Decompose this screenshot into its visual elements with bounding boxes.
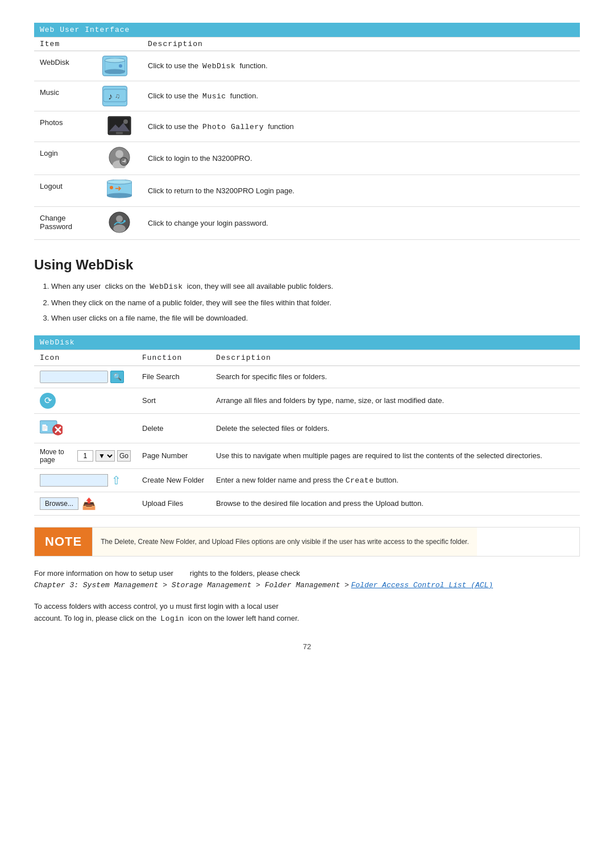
- table-row: Move to page ▼ Go Page Number Use this t…: [34, 443, 580, 468]
- sort-icon-cell: ⟳: [34, 388, 136, 413]
- table-row: WebDisk Click to use the WebDisk functio…: [34, 51, 580, 81]
- table-row: 📄 Delete Delete the selected files or fo…: [34, 413, 580, 443]
- browse-button-mock[interactable]: Browse...: [40, 497, 78, 510]
- sort-icon: ⟳: [40, 393, 56, 409]
- table-row: Browse... 📤 Upload Files Browse to the d…: [34, 492, 580, 515]
- create-folder-bar: ⇧: [40, 474, 131, 487]
- table-row: ⇧ Create New Folder Enter a new folder n…: [34, 468, 580, 492]
- search-input-mock[interactable]: [40, 371, 108, 383]
- wd-table-header-row: WebDisk: [34, 335, 580, 350]
- pagenumber-icon-cell: Move to page ▼ Go: [34, 443, 136, 468]
- changepass-icon-cell: [97, 207, 142, 240]
- svg-point-10: [123, 119, 128, 124]
- logout-icon: ➜: [102, 180, 136, 202]
- music-desc: Click to use the Music function.: [142, 81, 580, 111]
- item-label: WebDisk: [34, 51, 97, 81]
- item-label: Photos: [34, 111, 97, 142]
- wd-col-header-row: Icon Function Description: [34, 350, 580, 366]
- table-row: Music ♪ ♫ Click to use the Music functio…: [34, 81, 580, 111]
- note-content: The Delete, Create New Folder, and Uploa…: [92, 528, 477, 556]
- createfolder-desc: Enter a new folder name and press the Cr…: [210, 468, 580, 492]
- upload-icon-cell: Browse... 📤: [34, 492, 136, 515]
- photos-icon: [102, 116, 136, 137]
- folder-icon: ⇧: [111, 474, 121, 487]
- table-header-row: Web User Interface: [34, 23, 580, 38]
- table-row: ChangePassword Click to change your logi…: [34, 207, 580, 240]
- item-label: Logout: [34, 175, 97, 207]
- svg-point-24: [116, 215, 123, 222]
- changepass-icon: [102, 211, 136, 235]
- using-webdisk-title: Using WebDisk: [34, 257, 580, 273]
- webdisk-icon-ref: WebDisk: [150, 283, 182, 291]
- login-desc: Click to login to the N3200PRO.: [142, 142, 580, 175]
- table-row: Photos Click to use the Photo Gallery fu…: [34, 111, 580, 142]
- wd-col3: Description: [210, 350, 580, 366]
- list-item: When they click on the name of a public …: [51, 297, 580, 309]
- createfolder-func: Create New Folder: [136, 468, 210, 492]
- search-button-mock[interactable]: 🔍: [110, 371, 124, 383]
- music-icon-cell: ♪ ♫: [97, 81, 142, 111]
- list-item: When user clicks on a file name, the fil…: [51, 313, 580, 324]
- table-row: ⟳ Sort Arrange all files and folders by …: [34, 388, 580, 413]
- svg-text:♪: ♪: [108, 92, 113, 101]
- table-row: 🔍 File Search Search for specific files …: [34, 366, 580, 388]
- body-text-1: For more information on how to setup use…: [34, 568, 580, 592]
- photos-desc: Click to use the Photo Gallery function: [142, 111, 580, 142]
- wd-table-header: WebDisk: [34, 335, 580, 350]
- svg-point-22: [110, 186, 113, 189]
- login-icon: [102, 147, 136, 170]
- filesearch-desc: Search for specific files or folders.: [210, 366, 580, 388]
- chapter-ref: Chapter 3: System Management > Storage M…: [34, 581, 349, 589]
- delete-desc: Delete the selected files or folders.: [210, 413, 580, 443]
- webdisk-icon-cell: [97, 51, 142, 81]
- login-icon-cell: [97, 142, 142, 175]
- svg-point-25: [113, 225, 126, 232]
- svg-text:📄: 📄: [41, 423, 49, 431]
- webdisk-desc: Click to use the WebDisk function.: [142, 51, 580, 81]
- pagenumber-func: Page Number: [136, 443, 210, 468]
- table-header: Web User Interface: [34, 23, 580, 38]
- page-select[interactable]: ▼: [96, 450, 115, 462]
- svg-text:♫: ♫: [115, 92, 120, 100]
- page-nav: Move to page ▼ Go: [40, 448, 131, 464]
- note-label: NOTE: [35, 528, 92, 556]
- list-item: When any user clicks on the WebDisk icon…: [51, 281, 580, 293]
- svg-point-2: [105, 69, 125, 74]
- wd-col2: Function: [136, 350, 210, 366]
- note-box: NOTE The Delete, Create New Folder, and …: [34, 527, 580, 556]
- music-icon: ♪ ♫: [102, 86, 127, 106]
- web-user-interface-table: Web User Interface Item Description WebD…: [34, 23, 580, 240]
- svg-point-3: [119, 64, 122, 68]
- webdisk-func-name: WebDisk: [202, 62, 235, 70]
- login-ref: Login: [160, 614, 184, 623]
- sort-func: Sort: [136, 388, 210, 413]
- svg-rect-11: [116, 132, 123, 134]
- acl-link[interactable]: Folder Access Control List (ACL): [351, 581, 493, 589]
- upload-func: Upload Files: [136, 492, 210, 515]
- col-header-row: Item Description: [34, 38, 580, 51]
- body-text-2: To access folders with access control, y…: [34, 601, 580, 625]
- music-func-name: Music: [202, 92, 226, 101]
- item-label: Login: [34, 142, 97, 175]
- move-to-page-label: Move to page: [40, 448, 75, 464]
- create-button-ref: Create: [346, 476, 374, 485]
- delete-icon-cell: 📄: [34, 413, 136, 443]
- folder-name-input-mock[interactable]: [40, 474, 108, 487]
- search-bar: 🔍: [40, 371, 131, 383]
- upload-bar: Browse... 📤: [40, 497, 131, 510]
- table-row: Logout ➜ Click to return to the N3200PRO…: [34, 175, 580, 207]
- delete-icon: 📄: [40, 418, 131, 438]
- item-label: Music: [34, 81, 97, 111]
- webdisk-list: When any user clicks on the WebDisk icon…: [51, 281, 580, 324]
- svg-point-20: [107, 193, 132, 198]
- webdisk-table: WebDisk Icon Function Description 🔍 File…: [34, 335, 580, 516]
- page-number-input[interactable]: [77, 450, 93, 462]
- wd-col1: Icon: [34, 350, 136, 366]
- logout-icon-cell: ➜: [97, 175, 142, 207]
- photos-func-name: Photo Gallery: [202, 123, 264, 131]
- pagenumber-desc: Use this to navigate when multiple pages…: [210, 443, 580, 468]
- photos-icon-cell: [97, 111, 142, 142]
- go-button[interactable]: Go: [117, 450, 131, 462]
- filesearch-icon-cell: 🔍: [34, 366, 136, 388]
- webdisk-icon: [102, 56, 127, 76]
